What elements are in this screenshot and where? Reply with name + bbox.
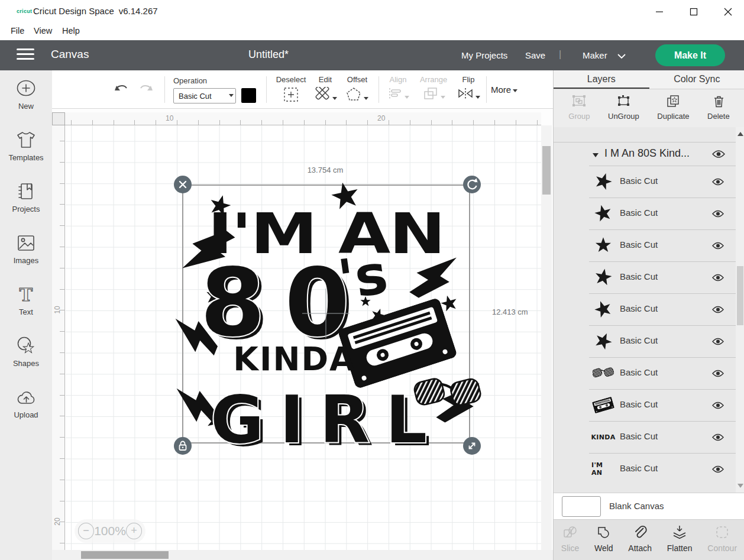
window-titlebar: cricut Cricut Design Spacev6.14.267 (0, 0, 744, 22)
flatten-button[interactable]: Flatten (667, 525, 693, 560)
contour-button[interactable]: Contour (707, 525, 737, 560)
scroll-up-icon[interactable] (737, 132, 743, 136)
edit-pencils-icon (314, 87, 331, 101)
sidebar-item-new[interactable]: New (0, 70, 52, 122)
text-thumbnail: I'M AN (591, 459, 615, 479)
menu-file[interactable]: File (11, 26, 24, 35)
chevron-down-icon[interactable] (617, 53, 626, 59)
layer-row[interactable]: Basic Cut (554, 325, 736, 357)
ungroup-button[interactable]: UnGroup (608, 94, 639, 127)
visibility-eye-icon[interactable] (712, 177, 724, 188)
group-icon (571, 94, 587, 108)
visibility-eye-icon[interactable] (712, 209, 724, 220)
panel-scrollbar[interactable] (736, 127, 744, 493)
visibility-eye-icon[interactable] (712, 401, 724, 412)
chevron-down-icon[interactable] (593, 153, 599, 157)
my-projects-link[interactable]: My Projects (461, 50, 507, 60)
rotate-handle[interactable] (463, 176, 481, 193)
resize-handle[interactable] (463, 437, 481, 455)
make-it-button[interactable]: Make It (655, 44, 725, 66)
sidebar-item-shapes[interactable]: Shapes (0, 328, 52, 379)
selection-bounding-box[interactable]: I'M AN 80 80 's KINDA GIRL GIRL (182, 184, 470, 444)
hamburger-menu-icon[interactable] (17, 48, 34, 61)
sidebar-item-projects[interactable]: Projects (0, 173, 52, 225)
layer-row[interactable]: Basic Cut (554, 229, 736, 261)
machine-select[interactable]: Maker (583, 50, 607, 60)
panel-scroll-thumb[interactable] (737, 266, 743, 325)
shapes-star-icon (15, 336, 37, 356)
sidebar-item-images[interactable]: Images (0, 225, 52, 276)
more-button[interactable]: More (491, 85, 517, 95)
layer-row[interactable]: Basic Cut (554, 166, 736, 198)
visibility-eye-icon[interactable] (712, 433, 724, 444)
sidebar-item-templates[interactable]: Templates (0, 122, 52, 173)
horizontal-scroll-thumb[interactable] (81, 551, 169, 559)
canvas-vertical-scrollbar[interactable] (541, 125, 552, 550)
operation-select[interactable]: Basic Cut (173, 88, 236, 103)
layer-group-header[interactable]: I M An 80S Kind... (554, 142, 736, 166)
arrange-button[interactable]: Arrange (416, 75, 451, 102)
align-button[interactable]: Align (384, 75, 412, 102)
menu-help[interactable]: Help (62, 26, 80, 35)
duplicate-button[interactable]: Duplicate (657, 94, 689, 127)
blank-canvas-swatch[interactable] (562, 496, 601, 517)
flip-button[interactable]: Flip (455, 75, 481, 102)
sidebar-item-text[interactable]: T Text (0, 276, 52, 328)
layer-row[interactable]: Basic Cut (554, 389, 736, 421)
blank-canvas-row[interactable]: Blank Canvas (554, 493, 744, 519)
design-artwork[interactable]: I'M AN 80 80 's KINDA GIRL GIRL (182, 184, 470, 444)
minimize-icon[interactable] (651, 6, 668, 18)
visibility-eye-icon[interactable] (712, 465, 724, 475)
layer-row[interactable]: Basic Cut (554, 198, 736, 229)
visibility-eye-icon[interactable] (712, 337, 724, 348)
scroll-down-icon[interactable] (737, 484, 743, 488)
deselect-icon (283, 87, 299, 102)
sidebar-item-upload[interactable]: Upload (0, 379, 52, 430)
visibility-eye-icon[interactable] (712, 241, 724, 252)
layer-row[interactable]: Basic Cut (554, 357, 736, 389)
document-title[interactable]: Untitled* (248, 48, 289, 61)
slice-button[interactable]: Slice (561, 525, 579, 560)
save-link[interactable]: Save (525, 50, 545, 60)
attach-button[interactable]: Attach (628, 525, 652, 560)
vertical-scroll-thumb[interactable] (542, 146, 551, 195)
arrange-icon (422, 87, 439, 100)
zoom-out-button[interactable]: − (78, 523, 94, 539)
layer-row[interactable]: Basic Cut (554, 293, 736, 325)
vertical-ruler: 10 20 (52, 125, 65, 550)
tab-layers[interactable]: Layers (554, 70, 649, 89)
maximize-icon[interactable] (685, 6, 703, 18)
layers-list: I M An 80S Kind... Basic Cut Basic Cut (554, 127, 736, 493)
layer-row[interactable]: I'M AN Basic Cut (554, 453, 736, 485)
delete-button[interactable]: Delete (707, 94, 730, 127)
header-divider: | (559, 49, 561, 60)
layer-row[interactable]: Basic Cut (554, 261, 736, 293)
close-icon[interactable] (719, 6, 737, 18)
offset-button[interactable]: Offset (343, 75, 371, 103)
redo-icon[interactable] (137, 81, 154, 99)
deselect-button[interactable]: Deselect (276, 75, 306, 105)
layer-row[interactable]: KINDA Basic Cut (554, 421, 736, 453)
visibility-eye-icon[interactable] (712, 305, 724, 316)
menu-view[interactable]: View (34, 26, 52, 35)
toolbar-divider (164, 76, 165, 103)
lock-handle[interactable] (174, 437, 192, 455)
weld-button[interactable]: Weld (594, 525, 613, 560)
layers-panel: Layers Color Sync Group UnGroup (553, 70, 744, 560)
operation-color-swatch[interactable] (241, 88, 256, 103)
visibility-eye-icon[interactable] (712, 369, 724, 380)
selection-width-label: 13.754 cm (284, 166, 367, 174)
canvas-horizontal-scrollbar[interactable] (52, 550, 553, 560)
undo-icon[interactable] (113, 81, 131, 99)
svg-text:T: T (20, 284, 33, 305)
toolbar-divider (486, 76, 487, 103)
group-button[interactable]: Group (568, 94, 590, 127)
visibility-eye-icon[interactable] (712, 273, 724, 284)
edit-button[interactable]: Edit (312, 75, 338, 103)
remove-handle[interactable] (174, 176, 192, 193)
page-title: Canvas (51, 48, 89, 61)
zoom-in-button[interactable]: + (126, 523, 142, 539)
tab-color-sync[interactable]: Color Sync (649, 70, 744, 89)
visibility-eye-icon[interactable] (712, 150, 725, 161)
ungroup-icon (616, 94, 631, 108)
